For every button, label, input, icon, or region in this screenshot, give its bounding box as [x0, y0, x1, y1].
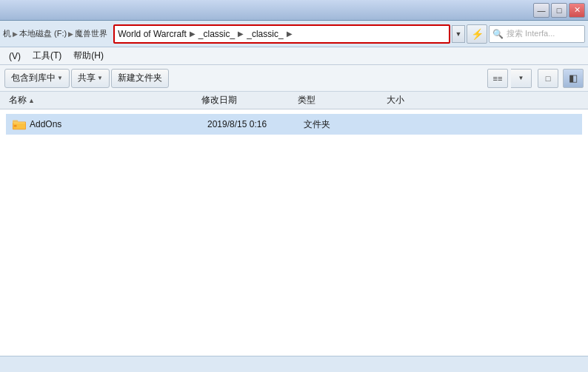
details-pane-button[interactable]: ◧ — [563, 69, 584, 88]
sort-arrow-name: ▲ — [28, 97, 35, 104]
include-library-label: 包含到库中 — [11, 72, 56, 84]
nav-wowfolder: 魔兽世界 — [75, 28, 107, 39]
menu-tools[interactable]: 工具(T) — [27, 48, 67, 64]
include-library-button[interactable]: 包含到库中 ▼ — [4, 69, 70, 88]
search-icon: 🔍 — [492, 29, 504, 39]
view-dropdown-icon: ▼ — [518, 75, 524, 81]
menu-view[interactable]: (V) — [3, 50, 27, 63]
share-caret: ▼ — [97, 75, 103, 81]
table-row[interactable]: AddOns 2019/8/15 0:16 文件夹 — [6, 114, 582, 135]
lightning-icon: ⚡ — [471, 28, 484, 40]
bc-sep3: ▶ — [287, 30, 293, 38]
col-header-size[interactable]: 大小 — [384, 92, 443, 108]
column-headers: 名称 ▲ 修改日期 类型 大小 — [0, 92, 588, 109]
left-nav-path: 机 ▶ 本地磁盘 (F:) ▶ 魔兽世界 — [3, 28, 107, 39]
file-name: AddOns — [30, 119, 207, 129]
nav-drive: 本地磁盘 (F:) — [19, 28, 67, 39]
breadcrumb[interactable]: World of Warcraft ▶ _classic_ ▶ _classic… — [113, 24, 450, 44]
nav-sep2: ▶ — [68, 30, 73, 38]
view-details-button[interactable]: ≡≡ — [487, 69, 508, 88]
file-list: AddOns 2019/8/15 0:16 文件夹 — [0, 109, 588, 356]
folder-icon — [12, 117, 27, 132]
title-bar: — □ ✕ — [0, 0, 588, 21]
address-dropdown-button[interactable]: ▼ — [452, 25, 465, 43]
col-header-date[interactable]: 修改日期 — [198, 92, 295, 108]
view-dropdown-button[interactable]: ▼ — [511, 69, 532, 88]
nav-sep1: ▶ — [13, 30, 18, 38]
share-button[interactable]: 共享 ▼ — [71, 69, 110, 88]
breadcrumb-wow: World of Warcraft — [118, 29, 187, 39]
svg-rect-4 — [14, 125, 17, 127]
address-bar-row: 机 ▶ 本地磁盘 (F:) ▶ 魔兽世界 World of Warcraft ▶… — [0, 21, 588, 47]
menu-bar: (V) 工具(T) 帮助(H) — [0, 47, 588, 65]
file-date: 2019/8/15 0:16 — [207, 119, 304, 129]
bc-sep1: ▶ — [190, 30, 196, 38]
col-header-name[interactable]: 名称 ▲ — [6, 92, 198, 108]
maximize-button[interactable]: □ — [551, 3, 567, 18]
menu-help[interactable]: 帮助(H) — [67, 48, 110, 64]
status-bar — [0, 356, 588, 372]
minimize-button[interactable]: — — [533, 3, 549, 18]
view-details-icon: ≡≡ — [493, 74, 503, 83]
search-placeholder: 搜索 Interfa... — [507, 28, 555, 39]
nav-computer: 机 — [3, 28, 11, 39]
details-pane-icon: ◧ — [569, 72, 578, 84]
preview-pane-button[interactable]: □ — [538, 69, 558, 88]
include-library-caret: ▼ — [57, 75, 63, 81]
file-type: 文件夹 — [304, 118, 392, 131]
preview-pane-icon: □ — [546, 74, 551, 83]
close-button[interactable]: ✕ — [569, 3, 585, 18]
search-box[interactable]: 🔍 搜索 Interfa... — [489, 25, 585, 43]
toolbar: 包含到库中 ▼ 共享 ▼ 新建文件夹 ≡≡ ▼ □ ◧ — [0, 65, 588, 92]
share-label: 共享 — [78, 72, 96, 84]
breadcrumb-interface: _classic_ — [247, 29, 283, 39]
window-controls: — □ ✕ — [533, 3, 585, 18]
col-header-type[interactable]: 类型 — [295, 92, 384, 108]
new-folder-button[interactable]: 新建文件夹 — [111, 69, 169, 88]
breadcrumb-classic: _classic_ — [198, 29, 235, 39]
new-folder-label: 新建文件夹 — [118, 72, 162, 84]
bc-sep2: ▶ — [238, 30, 244, 38]
refresh-button[interactable]: ⚡ — [467, 24, 487, 44]
svg-rect-3 — [13, 122, 25, 124]
